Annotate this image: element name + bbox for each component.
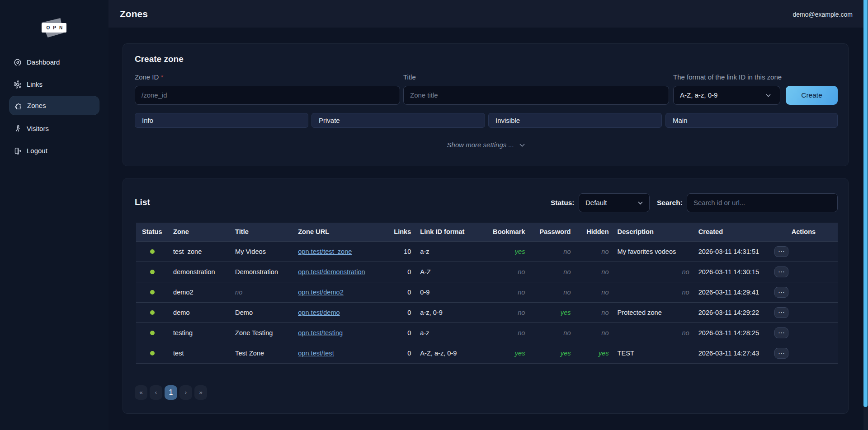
svg-text:OPN: OPN	[47, 25, 66, 30]
